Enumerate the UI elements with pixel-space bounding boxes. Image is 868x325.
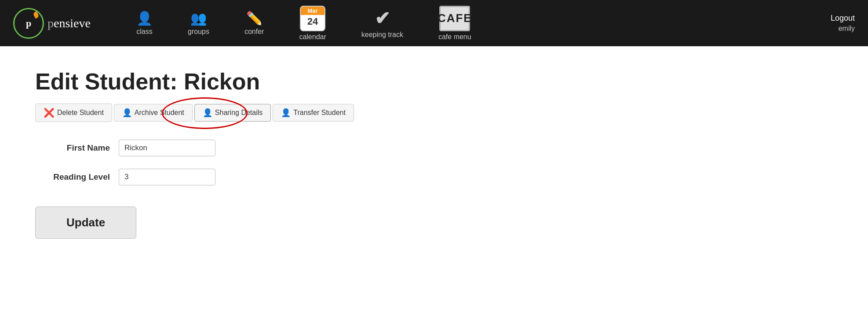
logo-letter: p	[26, 18, 31, 29]
logo-circle: p	[13, 8, 44, 39]
nav-item-class[interactable]: 👤 class	[119, 6, 170, 40]
logout-area: Logout emily	[831, 14, 855, 33]
nav-label-groups: groups	[188, 28, 209, 36]
groups-icon: 👥	[190, 11, 207, 26]
archive-person-icon: 👤	[122, 108, 132, 118]
nav-label-calendar: calendar	[299, 33, 326, 41]
calendar-day: 24	[307, 15, 318, 27]
transfer-person-icon: 👤	[281, 108, 291, 118]
nav-item-keeping-track[interactable]: ✔ keeping track	[344, 3, 421, 43]
sharing-person-icon: 👤	[203, 108, 212, 118]
main-content: Edit Student: Rickon ❌ Delete Student 👤 …	[0, 46, 868, 325]
navbar: p pensieve 👤 class 👥 groups ✏️ confer Ma…	[0, 0, 868, 46]
reading-level-input[interactable]	[119, 169, 215, 185]
nav-items: 👤 class 👥 groups ✏️ confer Mar 24 calend…	[119, 1, 831, 45]
app-name: pensieve	[47, 16, 91, 30]
confer-icon: ✏️	[246, 11, 263, 26]
calendar-month: Mar	[301, 7, 325, 15]
nav-item-groups[interactable]: 👥 groups	[170, 6, 227, 40]
logo-area[interactable]: p pensieve	[13, 8, 92, 39]
nav-item-confer[interactable]: ✏️ confer	[227, 6, 281, 40]
nav-label-class: class	[136, 28, 152, 36]
username-label: emily	[839, 25, 855, 33]
sharing-details-label: Sharing Details	[215, 109, 263, 117]
cafe-text: CAFE	[438, 11, 472, 25]
nav-item-cafe-menu[interactable]: CAFE cafe menu	[421, 1, 489, 45]
reading-level-label: Reading Level	[35, 172, 110, 182]
sharing-details-button[interactable]: 👤 Sharing Details	[194, 104, 271, 122]
action-buttons: ❌ Delete Student 👤 Archive Student 👤 Sha…	[35, 103, 833, 122]
delete-student-button[interactable]: ❌ Delete Student	[35, 103, 112, 122]
first-name-input[interactable]	[119, 140, 215, 156]
first-name-label: First Name	[35, 143, 110, 153]
class-icon: 👤	[136, 11, 153, 26]
archive-student-button[interactable]: 👤 Archive Student	[114, 104, 193, 122]
logout-button[interactable]: Logout	[831, 14, 855, 23]
checkmark-icon: ✔	[375, 7, 390, 29]
cafe-icon: CAFE	[439, 6, 470, 31]
transfer-student-label: Transfer Student	[293, 109, 346, 117]
calendar-icon: Mar 24	[300, 6, 325, 31]
nav-label-confer: confer	[244, 28, 264, 36]
transfer-student-button[interactable]: 👤 Transfer Student	[273, 104, 354, 122]
reading-level-group: Reading Level	[35, 169, 833, 185]
nav-label-cafe-menu: cafe menu	[438, 33, 471, 41]
page-title: Edit Student: Rickon	[35, 68, 833, 95]
logo-leaf-icon	[33, 11, 40, 18]
delete-student-label: Delete Student	[57, 109, 104, 117]
archive-student-label: Archive Student	[135, 109, 184, 117]
delete-icon: ❌	[44, 107, 55, 118]
nav-label-keeping-track: keeping track	[361, 31, 403, 39]
nav-item-calendar[interactable]: Mar 24 calendar	[281, 1, 343, 45]
first-name-group: First Name	[35, 140, 833, 156]
update-button[interactable]: Update	[35, 207, 136, 239]
